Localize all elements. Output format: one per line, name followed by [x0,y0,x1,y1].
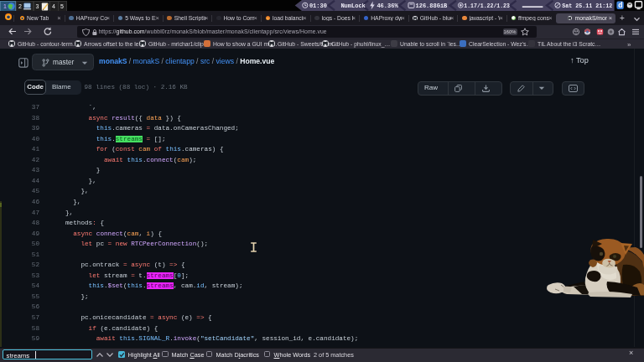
svg-text:NumLock: NumLock [340,3,365,9]
svg-text:d: d [618,1,622,9]
svg-text:Sat 25.11 21:12: Sat 25.11 21:12 [562,3,612,9]
svg-text:126.88GiB: 126.88GiB [416,3,449,9]
svg-text:46.36%: 46.36% [377,3,398,9]
svg-text:1.17/1.22/1.23: 1.17/1.22/1.23 [464,3,510,9]
svg-text:01:30: 01:30 [309,3,327,9]
